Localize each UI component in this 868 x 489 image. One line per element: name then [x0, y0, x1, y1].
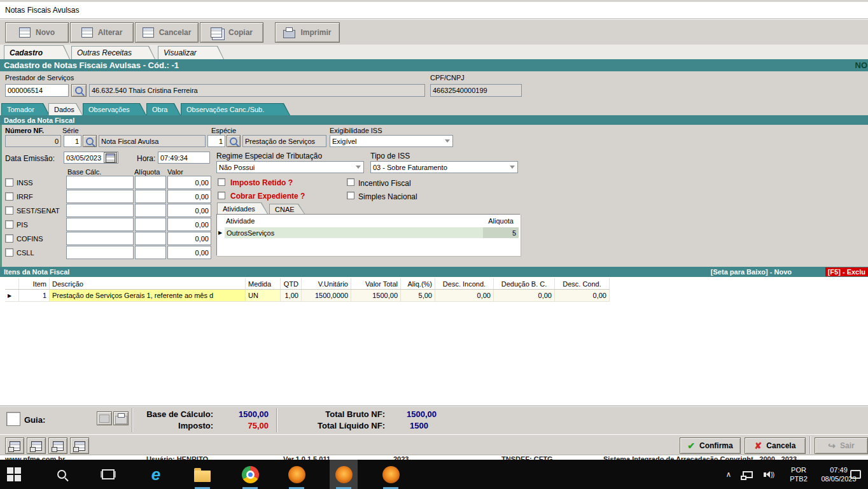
- app-button-3[interactable]: [377, 460, 405, 489]
- sest-senat-label: SEST/SENAT: [17, 207, 60, 215]
- tab-visualizar[interactable]: Visualizar: [158, 46, 224, 59]
- tipo-iss-select[interactable]: 03 - Sobre Faturamento: [370, 161, 518, 173]
- guia-image-button[interactable]: [97, 411, 112, 425]
- copiar-button[interactable]: Copiar: [200, 22, 263, 43]
- tray-chevron-button[interactable]: ∧: [719, 460, 738, 489]
- record-nav-prev-button[interactable]: [27, 437, 46, 454]
- chrome-button[interactable]: [236, 460, 264, 489]
- incentivo-fiscal-checkbox[interactable]: [347, 178, 354, 186]
- inss-valor-input[interactable]: 0,00: [167, 176, 211, 189]
- tab-observacoes[interactable]: Observações: [83, 103, 146, 115]
- data-emissao-label: Data Emissão:: [5, 154, 55, 163]
- tab-outras-receitas-label: Outras Receitas: [77, 48, 132, 57]
- tab-cadastro[interactable]: Cadastro: [4, 45, 70, 59]
- especie-search-button[interactable]: [227, 135, 241, 147]
- record-nav-first-icon: [10, 441, 20, 451]
- record-nav-last-button[interactable]: [70, 437, 89, 454]
- total-bruto-value: 1500,00: [387, 409, 437, 419]
- prestador-code-input[interactable]: 000006514: [5, 84, 69, 97]
- cofins-valor-input[interactable]: 0,00: [167, 232, 211, 245]
- csll-aliquota-input[interactable]: [135, 246, 166, 259]
- pis-base-input[interactable]: [66, 218, 134, 231]
- novo-button[interactable]: Novo: [5, 22, 69, 43]
- sest-senat-base-input[interactable]: [66, 204, 134, 217]
- item-row[interactable]: ▶ 1 Prestação de Serviços Gerais 1, refe…: [5, 290, 610, 302]
- cancela-button[interactable]: ✘ Cancela: [745, 437, 806, 454]
- notification-center-button[interactable]: [843, 460, 868, 489]
- imprimir-button[interactable]: Imprimir: [275, 22, 340, 43]
- cofins-base-input[interactable]: [66, 232, 134, 245]
- item-qtd-cell: 1,00: [281, 290, 302, 301]
- regime-select[interactable]: Não Possui: [216, 161, 364, 173]
- sest-senat-aliquota-input[interactable]: [135, 204, 166, 217]
- irrf-aliquota-input[interactable]: [135, 190, 166, 203]
- csll-valor-input[interactable]: 0,00: [167, 246, 211, 259]
- tab-observacoes-canc-sub[interactable]: Observações Canc./Sub.: [181, 103, 290, 115]
- item-row-marker-icon: ▶: [8, 293, 11, 299]
- tab-dados[interactable]: Dados: [48, 103, 83, 115]
- sair-button[interactable]: ↪ Sair: [815, 437, 868, 454]
- sest-senat-checkbox[interactable]: [5, 206, 13, 215]
- inss-checkbox[interactable]: [5, 178, 13, 187]
- numero-nf-input[interactable]: 0: [5, 135, 61, 147]
- app-icon-1: [288, 466, 305, 483]
- calendar-button[interactable]: [104, 152, 117, 163]
- simples-nacional-checkbox[interactable]: [347, 192, 354, 199]
- alterar-button[interactable]: Alterar: [70, 22, 134, 43]
- tab-atividades[interactable]: Atividades: [217, 202, 268, 214]
- tab-tomador[interactable]: Tomador: [1, 103, 50, 115]
- cobrar-expediente-checkbox[interactable]: [218, 192, 225, 199]
- inss-aliquota-input[interactable]: [135, 176, 166, 189]
- guia-checkbox[interactable]: [6, 412, 20, 426]
- serie-input[interactable]: 1: [64, 135, 81, 147]
- app-button-2-active[interactable]: [330, 460, 358, 489]
- record-nav-prev-icon: [31, 441, 42, 451]
- pis-valor-input[interactable]: 0,00: [167, 218, 211, 231]
- prestador-section: Prestador de Serviços CPF/CNPJ 000006514…: [0, 71, 868, 103]
- irrf-valor-input[interactable]: 0,00: [167, 190, 211, 203]
- task-view-button[interactable]: [94, 460, 122, 489]
- tab-dados-label: Dados: [54, 106, 74, 113]
- confirma-button[interactable]: ✔ Confirma: [680, 437, 741, 454]
- app-icon-2: [335, 466, 353, 483]
- especie-input[interactable]: 1: [207, 135, 225, 147]
- exigibilidade-select[interactable]: Exigível: [330, 135, 453, 147]
- prestador-search-button[interactable]: [71, 84, 87, 97]
- status-user: Usuário: HENRITO: [146, 455, 208, 460]
- internet-explorer-button[interactable]: e: [142, 460, 170, 489]
- taskbar-search-button[interactable]: [48, 460, 76, 489]
- tab-outras-receitas[interactable]: Outras Receitas: [71, 46, 155, 59]
- sest-senat-valor-input[interactable]: 0,00: [167, 204, 211, 217]
- col-deducao-bc: Dedução B. C.: [494, 278, 555, 289]
- cancelar-button[interactable]: Cancelar: [135, 22, 199, 43]
- hora-input[interactable]: 07:49:34: [158, 152, 210, 164]
- tab-cnae[interactable]: CNAE: [269, 204, 305, 214]
- search-icon: [75, 87, 83, 94]
- record-nav-next-button[interactable]: [48, 437, 67, 454]
- tab-obra[interactable]: Obra: [146, 103, 181, 115]
- volume-button[interactable]: )): [759, 460, 779, 489]
- itens-section-title: Itens da Nota Fiscal: [4, 268, 69, 276]
- app-button-1[interactable]: [283, 460, 311, 489]
- cofins-checkbox[interactable]: [5, 234, 13, 243]
- file-explorer-button[interactable]: [188, 460, 216, 489]
- network-button[interactable]: [738, 460, 757, 489]
- imposto-retido-checkbox[interactable]: [218, 178, 225, 186]
- csll-base-input[interactable]: [66, 246, 134, 259]
- pis-checkbox[interactable]: [5, 220, 13, 229]
- imprimir-button-label: Imprimir: [300, 28, 331, 37]
- start-button[interactable]: [0, 460, 28, 489]
- cofins-aliquota-input[interactable]: [135, 232, 166, 245]
- serie-search-button[interactable]: [83, 135, 97, 147]
- irrf-checkbox[interactable]: [5, 192, 13, 201]
- record-nav-first-button[interactable]: [5, 437, 24, 454]
- irrf-base-input[interactable]: [66, 190, 134, 203]
- status-copyright: Sistema Integrado de Arrecadação Copyrig…: [603, 455, 797, 460]
- inss-base-input[interactable]: [66, 176, 134, 189]
- csll-checkbox[interactable]: [5, 248, 13, 257]
- guia-print-button[interactable]: [113, 411, 129, 425]
- atividade-row[interactable]: ▶ OutrosServiços 5: [218, 227, 519, 238]
- pis-aliquota-input[interactable]: [135, 218, 166, 231]
- new-document-icon: [19, 27, 31, 38]
- language-indicator[interactable]: POR PTB2: [784, 462, 813, 486]
